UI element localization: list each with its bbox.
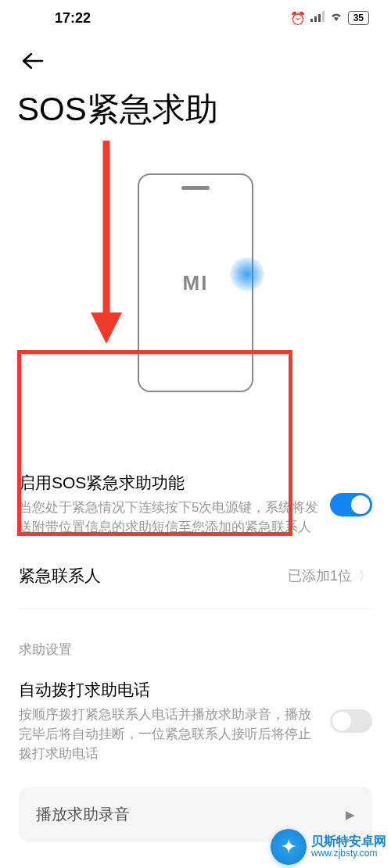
divider [19,609,372,609]
auto-dial-desc: 按顺序拨打紧急联系人电话并播放求助录音，播放完毕后将自动挂断，一位紧急联系人接听… [19,705,321,763]
wifi-icon [329,11,343,25]
auto-dial-title: 自动拨打求助电话 [19,679,321,701]
back-button[interactable] [22,50,44,74]
auto-dial-toggle[interactable] [330,709,372,733]
emergency-contacts-row[interactable]: 紧急联系人 已添加1位 〉 [0,551,391,601]
page-title: SOS紧急求助 [0,81,391,150]
phone-logo: MI [183,271,209,295]
status-icons: ⏰ 35 [290,11,369,26]
play-recording-label: 播放求助录音 [36,804,130,825]
auto-dial-row[interactable]: 自动拨打求助电话 按顺序拨打紧急联系人电话并播放求助录音，播放完毕后将自动挂断，… [0,665,391,777]
enable-sos-desc: 当您处于紧急情况下连续按下5次电源键，系统将发送附带位置信息的求助短信至您添加的… [19,498,321,537]
emergency-contacts-title: 紧急联系人 [19,565,101,587]
watermark-text: 贝斯特安卓网 www.zjbsty.com [311,834,386,859]
signal-icon [310,11,325,25]
watermark: ✦ 贝斯特安卓网 www.zjbsty.com [271,829,386,865]
phone-illustration: MI [0,150,391,423]
power-button-glow-icon [230,257,264,291]
enable-sos-row[interactable]: 启用SOS紧急求助功能 当您处于紧急情况下连续按下5次电源键，系统将发送附带位置… [0,458,391,551]
play-icon: ▶ [346,808,355,822]
phone-outline: MI [138,173,253,392]
phone-speaker [181,186,210,190]
emergency-contacts-value: 已添加1位 〉 [288,566,372,585]
svg-rect-0 [310,19,313,22]
toggle-knob [332,712,351,730]
svg-rect-3 [322,11,325,22]
watermark-logo-icon: ✦ [271,829,307,865]
toggle-knob [351,495,370,514]
svg-rect-2 [318,14,321,22]
status-bar: 17:22 ⏰ 35 [0,0,391,31]
battery-icon: 35 [348,11,369,25]
status-time: 17:22 [55,10,91,27]
help-settings-label: 求助设置 [0,617,391,665]
enable-sos-title: 启用SOS紧急求助功能 [19,472,321,494]
svg-rect-1 [314,16,317,22]
enable-sos-toggle[interactable] [330,493,372,516]
chevron-right-icon: 〉 [358,566,372,585]
alarm-icon: ⏰ [290,11,306,26]
